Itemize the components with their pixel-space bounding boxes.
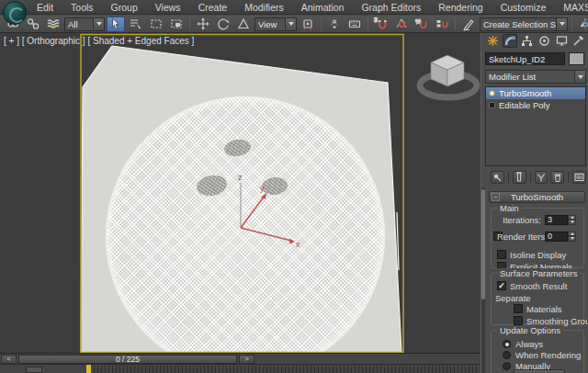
render-iters-spinner[interactable] [568,232,576,242]
show-end-result-icon[interactable] [513,171,526,184]
window-crossing-toggle[interactable] [167,17,186,32]
smoothing-groups-label: Smoothing Groups [526,316,588,326]
menu-item-edit[interactable]: Edit [37,2,53,13]
rollout-collapse-icon[interactable]: - [492,193,500,201]
spinner-snap-toggle-icon[interactable] [433,17,451,32]
materials-checkbox[interactable] [514,304,523,313]
pin-stack-icon[interactable] [491,171,504,184]
modifier-label: TurboSmooth [499,88,551,98]
main-toolbar: All View [0,16,588,33]
menu-item-customize[interactable]: Customize [501,2,547,13]
finger-hole [222,137,254,160]
chevron-down-icon [285,18,296,30]
modifier-stack-item-turbosmooth[interactable]: TurboSmooth [486,87,585,99]
isoline-display-checkbox[interactable] [497,250,506,259]
chevron-down-icon [93,18,104,30]
group-surface-parameters: Surface Parameters ✓ Smooth Result Separ… [491,273,584,325]
current-frame-marker[interactable] [86,365,91,373]
group-main-label: Main [497,203,522,213]
menu-item-graph-editors[interactable]: Graph Editors [361,2,421,13]
select-move-button[interactable] [194,17,212,32]
snap-toggle-3d-icon[interactable]: 3 [372,17,390,32]
object-color-swatch[interactable] [569,52,584,65]
render-iters-field[interactable]: 0 [545,232,568,242]
always-radio[interactable] [503,340,511,348]
use-pivot-center-button[interactable] [299,17,317,32]
selection-filter-dropdown[interactable]: All [64,17,105,31]
mirror-button[interactable] [576,17,588,32]
angle-snap-toggle-icon[interactable] [392,17,411,32]
group-main: Main Iterations: 3 Render Iters: 0 Isoli… [491,208,584,268]
make-unique-icon[interactable] [535,171,548,184]
smooth-result-checkbox[interactable]: ✓ [497,281,506,290]
mini-curve-editor-icon[interactable] [26,367,42,373]
menu-item-modifiers[interactable]: Modifiers [244,2,284,13]
tab-create-icon[interactable] [485,34,501,48]
modifier-stack-item-editable-poly[interactable]: Editable Poly [486,99,585,111]
modifier-stack: TurboSmooth Editable Poly [485,86,586,166]
tab-hierarchy-icon[interactable] [519,34,535,48]
turbosmooth-rollout-header[interactable]: - TurboSmooth [489,191,585,203]
modifier-enabled-bulb-icon[interactable] [489,90,495,96]
always-label: Always [515,339,543,349]
keyboard-override-toggle[interactable] [345,17,364,32]
menu-item-group[interactable]: Group [111,2,138,13]
next-frame-button[interactable]: > [239,355,254,364]
select-object-button[interactable] [107,17,125,32]
reference-coordinate-dropdown[interactable]: View [254,17,297,31]
track-bar[interactable] [0,364,481,373]
finger-hole [260,175,289,197]
group-update-options: Update Options Always When Rendering Man… [491,330,584,373]
select-rotate-button[interactable] [214,17,232,32]
tab-utilities-icon[interactable] [571,34,586,48]
edit-named-selection-sets-button[interactable] [459,17,478,32]
viewport-label[interactable]: [ + ] [ Orthographic ] [ Shaded + Edged … [4,36,194,46]
select-manipulate-button[interactable] [325,17,344,32]
panel-scrollbar-thumb[interactable] [481,189,485,300]
previous-frame-button[interactable]: < [1,355,17,364]
toolbar-separator [368,17,368,30]
when-rendering-label: When Rendering [515,350,581,360]
toolbar-separator [571,17,572,30]
3dsmax-window: Edit Tools Group Views Create Modifiers … [0,0,588,373]
remove-modifier-icon[interactable] [550,171,564,184]
modifier-list-dropdown[interactable]: Modifier List [485,70,586,84]
configure-modifier-sets-icon[interactable] [572,171,586,184]
rect-selection-region-button[interactable] [147,17,165,32]
select-scale-button[interactable] [234,17,253,32]
select-by-name-button[interactable] [127,17,145,32]
group-surface-label: Surface Parameters [497,268,580,278]
manually-radio[interactable] [503,362,511,370]
time-slider-handle[interactable]: 0 / 225 [18,355,237,364]
menu-item-tools[interactable]: Tools [71,2,94,13]
tab-display-icon[interactable] [554,34,570,48]
object-name-field[interactable]: SketchUp_ID2 [485,52,565,65]
panel-scrollbar[interactable] [481,187,485,373]
menu-item-rendering[interactable]: Rendering [438,2,482,13]
smoothing-groups-checkbox[interactable] [514,316,523,325]
iterations-spinner[interactable] [568,215,576,225]
named-selection-set-value: Create Selection Se [481,18,556,30]
menu-bar: Edit Tools Group Views Create Modifiers … [0,0,588,15]
menu-item-views[interactable]: Views [155,2,181,13]
menu-item-maxscript[interactable]: MAXScript [563,2,588,13]
percent-snap-toggle-icon[interactable]: % [413,17,431,32]
unlink-icon[interactable] [24,17,42,32]
update-button[interactable]: Update [514,369,565,373]
materials-label: Materials [526,304,562,314]
bind-spacewarp-icon[interactable] [44,17,62,32]
smooth-result-label: Smooth Result [510,281,567,291]
menu-item-create[interactable]: Create [198,2,228,13]
when-rendering-radio[interactable] [503,351,511,359]
svg-text:3: 3 [374,17,378,23]
tab-motion-icon[interactable] [537,34,552,48]
viewport-orthographic[interactable]: z y x [ + ] [ Orthographic ] [ Shaded + … [0,33,481,353]
application-button[interactable] [3,1,27,25]
tab-modify-icon[interactable] [503,34,518,48]
menu-item-animation[interactable]: Animation [301,2,345,13]
toolbar-separator [189,17,190,30]
rollout-title: TurboSmooth [500,192,574,202]
iterations-field[interactable]: 3 [545,215,568,225]
chevron-down-icon [574,71,585,83]
named-selection-set-dropdown[interactable]: Create Selection Se [480,17,568,31]
